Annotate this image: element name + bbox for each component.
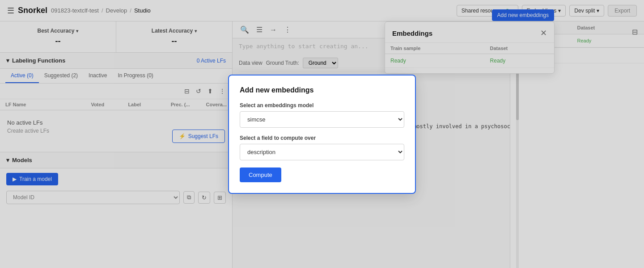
modal-overlay: Add new embeddings Select an embeddings … [0,0,644,268]
add-embeddings-modal: Add new embeddings Select an embeddings … [228,75,416,194]
modal-title: Add new embeddings [240,86,404,94]
compute-field-select[interactable]: description text title content [240,144,404,160]
embeddings-model-select[interactable]: simcse bert roberta sentence-transformer… [240,111,404,128]
compute-button[interactable]: Compute [240,168,281,182]
field-field-label: Select a field to compute over [240,135,404,141]
model-field-label: Select an embeddings model [240,102,404,109]
